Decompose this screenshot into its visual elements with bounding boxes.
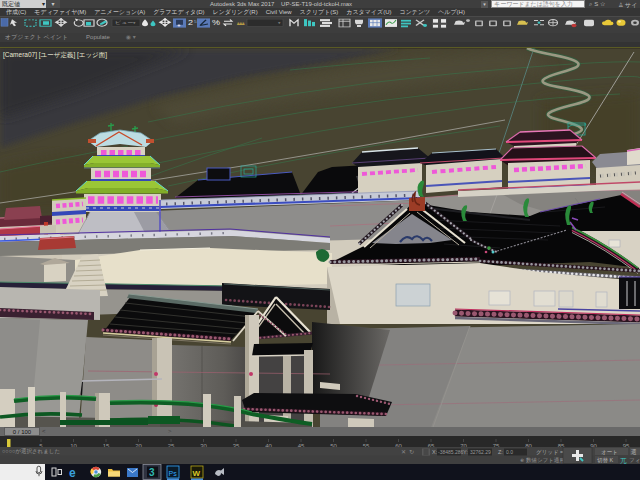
svg-text:↻: ↻	[409, 449, 414, 455]
svg-text:[Camera07] [ユーザ定義] [エッジ面]: [Camera07] [ユーザ定義] [エッジ面]	[3, 51, 107, 59]
svg-text:Z:: Z:	[498, 449, 503, 455]
svg-text:0.0: 0.0	[506, 449, 513, 455]
svg-text:Ps: Ps	[169, 470, 178, 477]
svg-text:⊕ 数値シフト適用: ⊕ 数値シフト適用	[520, 457, 565, 464]
svg-text:Y:: Y:	[463, 449, 468, 455]
svg-text:○○○○が選択されました: ○○○○が選択されました	[2, 447, 60, 455]
svg-text:X:: X:	[432, 449, 438, 455]
svg-text:5: 5	[194, 19, 197, 23]
svg-text:選: 選	[631, 448, 637, 455]
svg-text:ビュー: ビュー	[115, 20, 133, 25]
svg-text:-38485.286: -38485.286	[438, 449, 464, 455]
svg-text:3: 3	[149, 467, 155, 478]
svg-text:e: e	[69, 466, 76, 480]
svg-text:2: 2	[188, 20, 193, 27]
svg-text:兀: 兀	[620, 457, 627, 465]
svg-text:✕: ✕	[401, 449, 406, 455]
svg-text:W: W	[193, 469, 201, 478]
svg-text:切替 K: 切替 K	[597, 457, 614, 464]
svg-text:⅏: ⅏	[237, 21, 245, 27]
svg-text:フィル: フィル	[629, 457, 640, 463]
svg-text:オート: オート	[601, 449, 618, 456]
svg-text:%: %	[212, 20, 220, 27]
svg-text:32762.29: 32762.29	[470, 449, 491, 455]
